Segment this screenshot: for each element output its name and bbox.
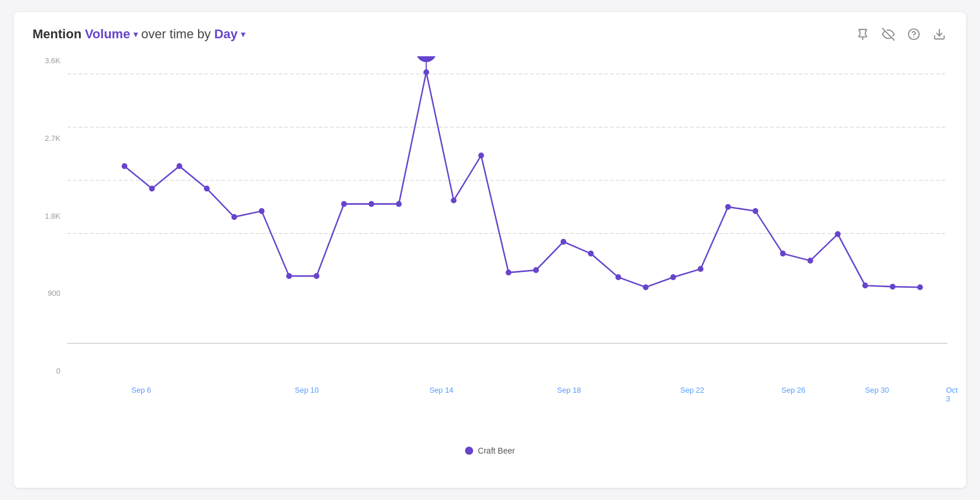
y-label-900: 900	[33, 289, 67, 298]
svg-point-37	[862, 282, 868, 288]
svg-point-32	[725, 204, 731, 210]
chart-plot: A Sep 6 Sep 10 Sep 14 Sep 18 Sep 22 Sep …	[67, 56, 947, 375]
svg-point-26	[561, 239, 567, 245]
chart-widget: Mention Volume ▾ over time by Day ▾	[14, 12, 966, 488]
x-label-sep26: Sep 26	[781, 386, 805, 394]
chart-legend: Craft Beer	[33, 446, 947, 455]
title-mention: Mention	[33, 27, 81, 42]
svg-point-35	[808, 258, 813, 263]
x-label-sep22: Sep 22	[680, 386, 704, 394]
svg-point-25	[533, 267, 539, 273]
svg-point-36	[835, 231, 841, 237]
title-volume: Volume	[85, 27, 130, 42]
svg-point-13	[204, 186, 210, 191]
svg-point-12	[176, 163, 182, 169]
svg-point-24	[506, 270, 511, 276]
y-label-1800: 1.8K	[33, 212, 67, 220]
svg-point-22	[451, 197, 457, 203]
svg-point-34	[780, 251, 786, 256]
eye-off-icon[interactable]	[880, 26, 896, 42]
svg-point-29	[643, 284, 648, 290]
svg-point-28	[615, 274, 621, 280]
svg-point-39	[917, 284, 923, 290]
svg-point-23	[478, 153, 484, 158]
x-axis: Sep 6 Sep 10 Sep 14 Sep 18 Sep 22 Sep 26…	[67, 379, 947, 402]
y-label-2700: 2.7K	[33, 134, 67, 143]
x-label-oct3: Oct 3	[946, 386, 957, 403]
chart-area: 3.6K 2.7K 1.8K 900 0	[33, 56, 947, 404]
x-label-sep14: Sep 14	[430, 386, 453, 394]
svg-point-33	[752, 208, 758, 214]
volume-dropdown[interactable]: ▾	[134, 30, 138, 39]
legend-dot	[465, 447, 473, 455]
svg-point-11	[149, 186, 155, 191]
x-label-sep10: Sep 10	[295, 386, 319, 394]
svg-point-18	[341, 201, 347, 207]
title-day: Day	[214, 27, 237, 42]
x-label-sep30: Sep 30	[865, 386, 889, 394]
svg-point-10	[122, 163, 128, 169]
header-icons	[855, 26, 947, 42]
svg-point-19	[369, 201, 374, 207]
svg-point-30	[671, 274, 676, 280]
svg-point-38	[890, 284, 896, 289]
help-icon[interactable]	[906, 26, 922, 42]
x-label-sep6: Sep 6	[131, 386, 151, 394]
x-label-sep18: Sep 18	[557, 386, 581, 394]
pin-icon[interactable]	[855, 26, 871, 42]
y-label-3600: 3.6K	[33, 56, 67, 65]
svg-point-40	[416, 56, 436, 62]
svg-point-27	[588, 251, 594, 256]
svg-point-31	[698, 266, 704, 272]
svg-point-16	[286, 273, 292, 279]
title-over: over time by	[141, 27, 211, 42]
svg-point-15	[259, 208, 265, 214]
y-label-0: 0	[33, 367, 67, 375]
day-dropdown[interactable]: ▾	[241, 30, 245, 39]
chart-title: Mention Volume ▾ over time by Day ▾	[33, 27, 245, 42]
chart-header: Mention Volume ▾ over time by Day ▾	[33, 26, 947, 42]
svg-point-20	[396, 201, 402, 207]
svg-point-17	[314, 273, 319, 279]
svg-point-14	[232, 214, 237, 220]
y-axis: 3.6K 2.7K 1.8K 900 0	[33, 56, 67, 375]
download-icon[interactable]	[931, 26, 947, 42]
legend-label: Craft Beer	[478, 446, 515, 455]
